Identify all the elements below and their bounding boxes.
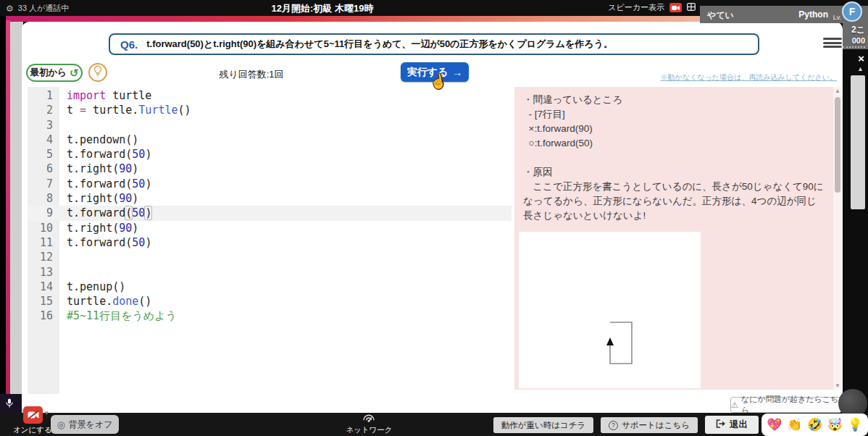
code-token: ) — [144, 206, 152, 220]
scrollbar-up-icon[interactable]: ▲ — [857, 65, 864, 72]
background-off-label: 背景をオフ — [69, 419, 113, 431]
code-line[interactable]: 13 — [28, 265, 512, 280]
code-content: t.pendown() — [59, 133, 138, 147]
support-button[interactable]: ? サポートはこちら — [601, 417, 698, 433]
code-token: Turtle — [138, 104, 178, 117]
restart-label: 最初から — [30, 67, 67, 79]
code-line[interactable]: 11t.forward(50) — [28, 235, 512, 250]
code-token: t.pendown() — [67, 133, 138, 146]
code-token: ) — [132, 162, 138, 175]
run-arrow-icon: → — [452, 67, 462, 78]
camera-menu-chevron-icon[interactable]: ▾ — [45, 409, 49, 416]
code-line[interactable]: 14t.penup() — [28, 280, 512, 294]
screen-share-border-top — [6, 16, 700, 22]
report-problem-button[interactable]: ⚠ なにか問題が起きたらこちら — [730, 397, 842, 413]
feedback-line: ・原因 — [523, 165, 825, 180]
code-content: turtle.done() — [59, 294, 151, 309]
lightbulb-icon — [93, 65, 102, 80]
warning-icon: ⚠ — [731, 401, 738, 410]
speaker-view-label[interactable]: スピーカー表示 — [608, 2, 664, 13]
reaction-emoji[interactable]: 🤣 — [807, 417, 822, 432]
code-line[interactable]: 7t.forward(50) — [28, 177, 512, 191]
video-icon[interactable] — [669, 3, 682, 12]
line-number: 11 — [28, 235, 59, 250]
target-icon: ◎ — [57, 419, 64, 430]
level-label: Lv. — [833, 14, 841, 21]
feedback-panel: ・間違っているところ - [7行目] ×:t.forward(90) ○:t.f… — [514, 87, 842, 390]
code-token: () — [138, 295, 151, 308]
code-content: t.penup() — [59, 280, 125, 294]
username: やてい — [707, 9, 734, 22]
score-block: 2こ 000 — [843, 23, 868, 49]
code-token: turtle. — [86, 104, 138, 117]
code-line[interactable]: 15turtle.done() — [28, 294, 512, 309]
code-line[interactable]: 16#5~11行目をうめよう — [28, 309, 512, 323]
menu-icon[interactable] — [823, 38, 842, 48]
code-content — [59, 265, 67, 280]
background-off-button[interactable]: ◎ 背景をオフ — [51, 415, 119, 434]
line-number: 10 — [28, 221, 59, 235]
feedback-line: ×:t.forward(90) — [523, 122, 825, 136]
feedback-scroll-up-icon[interactable]: ▲ — [833, 88, 842, 94]
page-scrollbar-thumb[interactable] — [851, 75, 865, 209]
code-token: ) — [132, 192, 138, 205]
avatar[interactable]: F — [842, 1, 862, 22]
slow-performance-label: 動作が重い時はコチラ — [501, 420, 586, 431]
reaction-emoji[interactable]: 👏 — [787, 417, 802, 432]
line-number: 6 — [28, 162, 59, 176]
code-content: t.right(90) — [59, 221, 138, 235]
support-label: サポートはこちら — [622, 420, 690, 431]
code-line[interactable]: 8t.right(90) — [28, 191, 512, 206]
code-line[interactable]: 2t = turtle.Turtle() — [28, 103, 512, 117]
reaction-emoji-bar: 💖👏🤣🤯💡 — [761, 414, 868, 436]
code-token: 50 — [132, 236, 145, 249]
code-token: t.right( — [67, 162, 119, 175]
code-token: 90 — [119, 162, 132, 175]
reaction-emoji[interactable]: 🤯 — [827, 417, 843, 432]
question-text: t.forward(50)とt.right(90)を組み合わせて5~11行目をう… — [146, 38, 613, 51]
feedback-scrollbar-thumb[interactable] — [835, 97, 840, 193]
code-line[interactable]: 9t.forward(50) — [28, 206, 512, 220]
code-content: t.right(90) — [59, 162, 138, 176]
code-content: t.forward(50) — [59, 177, 151, 191]
exit-button[interactable]: 退出 — [705, 416, 759, 434]
code-line[interactable]: 1import turtle — [28, 88, 512, 103]
slow-performance-button[interactable]: 動作が重い時はコチラ — [493, 417, 593, 433]
reaction-emoji[interactable]: 💖 — [767, 417, 782, 432]
line-number: 14 — [28, 280, 59, 294]
code-line[interactable]: 5t.forward(50) — [28, 147, 512, 162]
code-token: 90 — [119, 222, 132, 235]
hint-button[interactable] — [88, 63, 107, 82]
code-token: done — [112, 295, 138, 308]
code-token: t.forward( — [67, 148, 132, 161]
close-icon[interactable]: × — [858, 52, 864, 64]
code-token: t — [67, 104, 80, 117]
feedback-line: なってるから、正方形にならないんだ。正方形は、4つの辺が同じ — [523, 194, 825, 209]
feedback-scroll-down-icon[interactable]: ▼ — [833, 382, 842, 389]
code-line[interactable]: 6t.right(90) — [28, 162, 512, 176]
feedback-scrollbar[interactable]: ▲ ▼ — [833, 87, 842, 390]
camera-on-button[interactable] — [23, 406, 43, 424]
restart-button[interactable]: 最初から ↺ — [26, 64, 83, 82]
code-line[interactable]: 12 — [28, 250, 512, 264]
code-editor[interactable]: 1import turtle2t = turtle.Turtle()34t.pe… — [28, 87, 512, 394]
line-number: 9 — [28, 206, 59, 220]
right-side-panel: × ▲ — [843, 49, 868, 436]
code-token: t.right( — [67, 222, 119, 235]
gallery-view-icon[interactable] — [687, 3, 696, 12]
code-lines: 1import turtle2t = turtle.Turtle()34t.pe… — [28, 88, 512, 324]
code-line[interactable]: 3 — [28, 118, 512, 133]
network-label: ネットワーク — [335, 425, 404, 435]
reload-notice-link[interactable]: ※動かなくなった場合は、再読み込みしてください。 — [660, 72, 837, 83]
feedback-line: - [7行目] — [523, 107, 825, 122]
badge-score: 000 — [843, 36, 865, 48]
code-content: t.forward(50) — [59, 235, 151, 250]
reaction-emoji[interactable]: 💡 — [847, 417, 862, 432]
feedback-line: ここで正方形を書こうとしているのに、長さが50じゃなくて90に — [523, 180, 825, 194]
code-content — [59, 118, 67, 133]
code-line[interactable]: 4t.pendown() — [28, 133, 512, 147]
mouse-cursor: ☝ — [428, 72, 448, 91]
code-line[interactable]: 10t.right(90) — [28, 221, 512, 235]
code-token: 50 — [132, 206, 145, 219]
question-number: Q6. — [120, 38, 138, 51]
